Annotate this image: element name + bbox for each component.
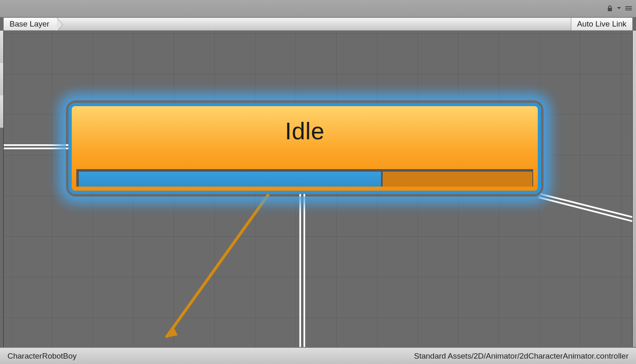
- status-right-text: Standard Assets/2D/Animator/2dCharacterA…: [414, 352, 629, 361]
- svg-marker-10: [166, 328, 177, 337]
- vertical-scrollbar[interactable]: [633, 31, 636, 347]
- lock-icon[interactable]: [607, 5, 613, 12]
- auto-live-link-label: Auto Live Link: [577, 19, 626, 29]
- state-playback-progress-fill: [79, 172, 383, 187]
- context-menu-icon[interactable]: [625, 6, 632, 11]
- animator-graph[interactable]: Idle: [3, 31, 633, 347]
- panel-sliver: [0, 63, 3, 95]
- state-node-title: Idle: [285, 117, 325, 145]
- window-toolbar: [0, 0, 636, 17]
- svg-line-7: [540, 194, 632, 217]
- svg-line-8: [539, 197, 632, 221]
- toolbar-icons: [607, 5, 632, 12]
- layer-breadcrumb-label: Base Layer: [10, 19, 49, 29]
- auto-live-link-button[interactable]: Auto Live Link: [571, 18, 632, 30]
- panel-sliver: [0, 31, 3, 63]
- panel-sliver: [0, 95, 3, 128]
- status-left-text: CharacterRobotBoy: [7, 352, 77, 361]
- animator-window: Base Layer Auto Live Link Idle: [0, 0, 636, 364]
- state-node-idle[interactable]: Idle: [68, 103, 541, 194]
- state-playback-progress: [76, 169, 533, 187]
- svg-rect-0: [625, 6, 632, 7]
- svg-rect-2: [625, 10, 632, 10]
- layer-breadcrumb[interactable]: Base Layer: [4, 18, 57, 30]
- breadcrumb-bar: Base Layer Auto Live Link: [3, 17, 633, 31]
- svg-line-9: [166, 194, 269, 337]
- status-bar: CharacterRobotBoy Standard Assets/2D/Ani…: [0, 347, 636, 364]
- svg-rect-1: [625, 8, 632, 9]
- dropdown-icon[interactable]: [617, 5, 621, 11]
